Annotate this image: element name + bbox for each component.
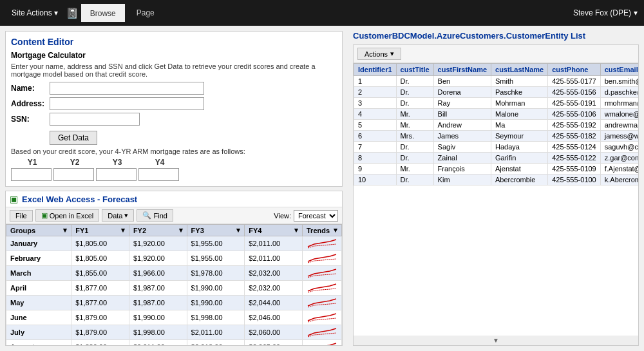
left-panel: Content Editor Mortgage Calculator Enter…	[0, 26, 348, 351]
col-groups[interactable]: Groups▾	[6, 225, 71, 236]
fy3-cell: $2,011.00	[187, 325, 245, 340]
list-toolbar: Actions ▾	[354, 45, 638, 63]
page-tab[interactable]: Page	[128, 5, 164, 21]
col-fy4[interactable]: FY4▾	[245, 225, 303, 236]
table-row: April $1,877.00 $1,987.00 $1,990.00 $2,0…	[6, 281, 342, 296]
y1-input[interactable]	[11, 168, 52, 181]
title-cell: Dr.	[396, 142, 433, 153]
col-firstname[interactable]: custFirstName	[433, 64, 491, 76]
excel-title: Excel Web Access - Forecast	[22, 194, 137, 204]
content-editor-title: Content Editor	[11, 37, 337, 47]
user-label: Steve Fox (DPE)	[573, 8, 631, 17]
groups-filter-arrow[interactable]: ▾	[63, 226, 67, 234]
email-cell: jamess@win...	[600, 131, 638, 142]
fy2-filter-arrow[interactable]: ▾	[179, 226, 183, 234]
col-lastname[interactable]: custLastName	[491, 64, 548, 76]
phone-cell: 425-555-0182	[548, 131, 601, 142]
fy4-cell: $2,065.00	[245, 340, 303, 346]
actions-button[interactable]: Actions ▾	[357, 48, 401, 60]
table-row: May $1,877.00 $1,987.00 $1,990.00 $2,044…	[6, 296, 342, 310]
list-item[interactable]: 6 Mrs. James Seymour 425-555-0182 jamess…	[354, 131, 639, 142]
col-trends[interactable]: Trends▾	[303, 225, 342, 236]
last-cell: Malone	[491, 109, 548, 120]
id-cell: 4	[354, 109, 397, 120]
description-text: Enter your name, address and SSN and cli…	[11, 62, 337, 78]
list-item[interactable]: 9 Mr. François Ajenstat 425-555-0109 f.A…	[354, 164, 639, 175]
ssn-input[interactable]	[50, 113, 140, 126]
user-info[interactable]: Steve Fox (DPE) ▾	[573, 8, 638, 17]
list-item[interactable]: 10 Dr. Kim Abercrombie 425-555-0100 k.Ab…	[354, 175, 639, 185]
id-cell: 6	[354, 131, 397, 142]
col-fy1[interactable]: FY1▾	[71, 225, 129, 236]
trend-cell	[303, 266, 342, 281]
browse-tab[interactable]: Browse	[81, 4, 125, 22]
y3-input[interactable]	[96, 168, 137, 181]
fy2-cell: $1,987.00	[129, 296, 187, 310]
title-cell: Mr.	[396, 109, 433, 120]
col-phone[interactable]: custPhone	[548, 64, 601, 76]
view-select[interactable]: Forecast	[294, 210, 338, 222]
list-item[interactable]: 4 Mr. Bill Malone 425-555-0106 wmalone@f…	[354, 109, 639, 120]
title-cell: Mr.	[396, 164, 433, 175]
trend-chart	[307, 327, 337, 338]
fy2-cell: $2,011.00	[129, 340, 187, 346]
list-item[interactable]: 1 Dr. Ben Smith 425-555-0177 ben.smith@.…	[354, 76, 639, 87]
find-icon: 🔍	[142, 211, 151, 220]
y1-header: Y1	[11, 158, 53, 167]
y2-input[interactable]	[53, 168, 94, 181]
name-input[interactable]	[50, 82, 204, 95]
phone-cell: 425-555-0156	[548, 87, 601, 98]
table-row: July $1,879.00 $1,998.00 $2,011.00 $2,06…	[6, 325, 342, 340]
site-actions-button[interactable]: Site Actions ▾	[6, 6, 63, 20]
fy4-cell: $2,032.00	[245, 266, 303, 281]
col-email[interactable]: custEmail	[600, 64, 638, 76]
file-button[interactable]: File	[10, 210, 33, 222]
col-fy2[interactable]: FY2▾	[129, 225, 187, 236]
last-cell: Mohrman	[491, 98, 548, 109]
email-cell: f.Ajenstat@...	[600, 164, 638, 175]
last-cell: Seymour	[491, 131, 548, 142]
fy3-filter-arrow[interactable]: ▾	[236, 226, 240, 234]
list-item[interactable]: 7 Dr. Sagiv Hadaya 425-555-0124 saguvh@c…	[354, 142, 639, 153]
title-cell: Dr.	[396, 98, 433, 109]
fy1-cell: $1,877.00	[71, 281, 129, 296]
col-fy3[interactable]: FY3▾	[187, 225, 245, 236]
top-navigation: Site Actions ▾ 📓 Browse Page Steve Fox (…	[0, 0, 644, 26]
list-item[interactable]: 2 Dr. Dorena Paschke 425-555-0156 d.pasc…	[354, 87, 639, 98]
y4-input[interactable]	[138, 168, 179, 181]
col-custtitle[interactable]: custTitle	[396, 64, 433, 76]
fy4-cell: $2,032.00	[245, 281, 303, 296]
first-cell: Andrew	[433, 120, 491, 131]
fy3-cell: $1,998.00	[187, 310, 245, 325]
phone-cell: 425-555-0177	[548, 76, 601, 87]
last-cell: Ma	[491, 120, 548, 131]
title-cell: Mrs.	[396, 131, 433, 142]
open-in-excel-button[interactable]: ▣ Open in Excel	[35, 209, 99, 222]
list-item[interactable]: 8 Dr. Zainal Garifin 425-555-0122 z.gar@…	[354, 153, 639, 164]
customer-tbody: 1 Dr. Ben Smith 425-555-0177 ben.smith@.…	[354, 76, 639, 185]
address-input[interactable]	[50, 97, 204, 110]
fy4-cell: $2,011.00	[245, 251, 303, 266]
table-row: August $1,880.00 $2,011.00 $2,018.00 $2,…	[6, 340, 342, 346]
mortgage-calculator-title: Mortgage Calculator	[11, 51, 337, 60]
scroll-down-indicator[interactable]: ▼	[354, 336, 638, 345]
group-cell: July	[6, 325, 71, 340]
last-cell: Ajenstat	[491, 164, 548, 175]
get-data-button[interactable]: Get Data	[50, 131, 97, 145]
list-item[interactable]: 3 Dr. Ray Mohrman 425-555-0191 rmohrman@…	[354, 98, 639, 109]
fy1-filter-arrow[interactable]: ▾	[121, 226, 125, 234]
list-scroll-area[interactable]: Identifier1 custTitle custFirstName cust…	[354, 63, 638, 336]
find-button[interactable]: 🔍 Find	[137, 209, 173, 222]
list-item[interactable]: 5 Mr. Andrew Ma 425-555-0192 andrewma@..…	[354, 120, 639, 131]
trends-filter-arrow[interactable]: ▾	[334, 226, 337, 234]
email-cell: saguvh@con...	[600, 142, 638, 153]
fy4-cell: $2,046.00	[245, 310, 303, 325]
data-button[interactable]: Data ▾	[102, 209, 134, 222]
first-cell: Kim	[433, 175, 491, 185]
first-cell: Bill	[433, 109, 491, 120]
open-in-excel-label: Open in Excel	[50, 212, 93, 220]
fy4-filter-arrow[interactable]: ▾	[294, 226, 298, 234]
table-row: March $1,855.00 $1,966.00 $1,978.00 $2,0…	[6, 266, 342, 281]
col-identifier[interactable]: Identifier1	[354, 64, 397, 76]
col-fy2-label: FY2	[133, 227, 146, 234]
